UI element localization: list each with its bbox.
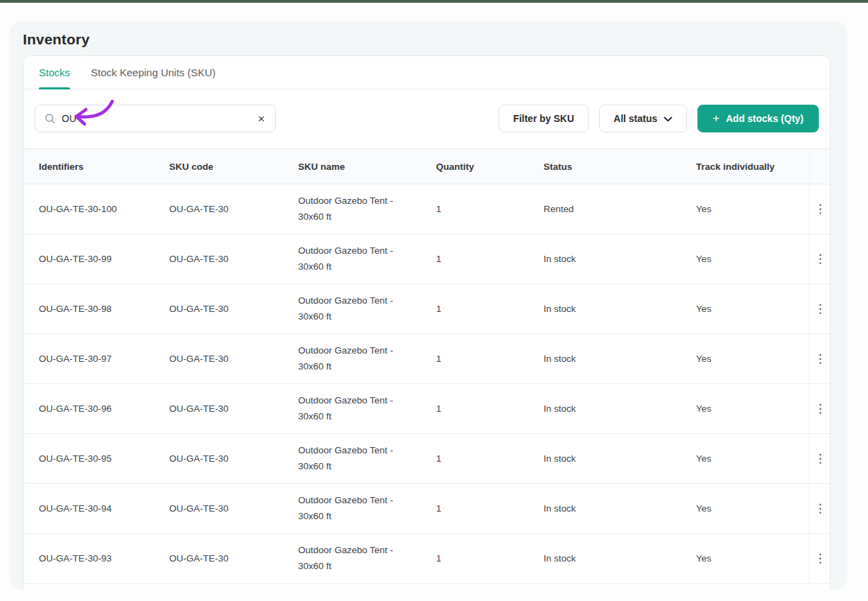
cell-quantity: 1 [436, 304, 544, 314]
cell-sku-code: OU-GA-TE-30 [169, 254, 298, 264]
row-actions: ⋮ [809, 434, 831, 483]
clear-search-icon[interactable]: × [257, 113, 266, 125]
cell-status: In stock [544, 304, 696, 314]
toolbar: × Filter by SKU All status + Add stoc [24, 89, 830, 148]
cell-sku-name: Outdoor Gazebo Tent - 30x60 ft [298, 493, 436, 524]
inventory-card: Stocks Stock Keeping Units (SKU) × F [23, 55, 831, 590]
cell-track-individually: Yes [696, 553, 809, 564]
table-header: Identifiers SKU code SKU name Quantity S… [24, 148, 830, 184]
cell-status: In stock [544, 503, 696, 514]
cell-track-individually: Yes [696, 304, 809, 314]
cell-track-individually: Yes [696, 503, 809, 514]
cell-sku-name: Outdoor Gazebo Tent - 30x60 ft [298, 193, 436, 225]
table-body: OU-GA-TE-30-100 OU-GA-TE-30 Outdoor Gaze… [24, 184, 830, 584]
status-filter-label: All status [614, 113, 657, 124]
kebab-menu-icon[interactable]: ⋮ [810, 200, 831, 218]
page-title: Inventory [23, 31, 89, 48]
cell-track-individually: Yes [696, 453, 809, 464]
tab-sku-label: Stock Keeping Units (SKU) [91, 67, 216, 78]
cell-sku-name: Outdoor Gazebo Tent - 30x60 ft [298, 343, 436, 374]
column-header-sku-code: SKU code [169, 162, 298, 172]
cell-status: In stock [544, 254, 696, 264]
cell-sku-code: OU-GA-TE-30 [169, 553, 298, 564]
cell-sku-name: Outdoor Gazebo Tent - 30x60 ft [298, 243, 436, 275]
cell-identifier: OU-GA-TE-30-94 [39, 503, 169, 514]
table-row[interactable]: OU-GA-TE-30-95 OU-GA-TE-30 Outdoor Gazeb… [24, 434, 830, 484]
cell-identifier: OU-GA-TE-30-98 [39, 304, 169, 314]
row-actions: ⋮ [809, 284, 831, 333]
cell-identifier: OU-GA-TE-30-95 [39, 453, 169, 464]
column-header-identifiers: Identifiers [39, 162, 169, 172]
cell-identifier: OU-GA-TE-30-93 [39, 553, 169, 564]
cell-quantity: 1 [436, 204, 544, 214]
kebab-menu-icon[interactable]: ⋮ [810, 300, 831, 317]
tab-stock-keeping-units[interactable]: Stock Keeping Units (SKU) [91, 56, 216, 89]
cell-quantity: 1 [436, 553, 544, 564]
table-row[interactable]: OU-GA-TE-30-94 OU-GA-TE-30 Outdoor Gazeb… [24, 484, 830, 534]
cell-sku-name: Outdoor Gazebo Tent - 30x60 ft [298, 443, 436, 474]
row-actions: ⋮ [809, 184, 831, 234]
cell-track-individually: Yes [696, 403, 809, 414]
add-stocks-label: Add stocks (Qty) [726, 113, 804, 124]
cell-track-individually: Yes [696, 254, 809, 264]
cell-sku-name: Outdoor Gazebo Tent - 30x60 ft [298, 543, 436, 574]
cell-quantity: 1 [436, 403, 544, 414]
inventory-page: { "page": { "title": "Inventory" }, "tab… [0, 0, 868, 601]
cell-sku-code: OU-GA-TE-30 [169, 403, 298, 414]
cell-track-individually: Yes [696, 204, 809, 214]
cell-sku-code: OU-GA-TE-30 [169, 304, 298, 314]
row-actions: ⋮ [809, 334, 831, 383]
cell-sku-code: OU-GA-TE-30 [169, 354, 298, 364]
search-input[interactable] [62, 113, 250, 124]
cell-track-individually: Yes [696, 354, 809, 364]
cell-sku-name: Outdoor Gazebo Tent - 30x60 ft [298, 393, 436, 424]
row-actions: ⋮ [809, 384, 831, 433]
table-row[interactable]: OU-GA-TE-30-100 OU-GA-TE-30 Outdoor Gaze… [24, 184, 830, 234]
filter-by-sku-button[interactable]: Filter by SKU [498, 105, 589, 132]
column-header-sku-name: SKU name [298, 162, 436, 172]
cell-status: Rented [544, 204, 696, 214]
row-actions: ⋮ [809, 484, 831, 533]
kebab-menu-icon[interactable]: ⋮ [810, 250, 831, 268]
status-filter-dropdown[interactable]: All status [599, 105, 687, 132]
column-header-status: Status [544, 162, 696, 172]
row-actions: ⋮ [809, 534, 831, 583]
filter-by-sku-label: Filter by SKU [513, 113, 574, 124]
cell-identifier: OU-GA-TE-30-100 [39, 204, 169, 214]
kebab-menu-icon[interactable]: ⋮ [810, 500, 831, 517]
tab-stocks-label: Stocks [39, 67, 70, 78]
table-row[interactable]: OU-GA-TE-30-99 OU-GA-TE-30 Outdoor Gazeb… [24, 234, 830, 284]
cell-status: In stock [544, 553, 696, 564]
cell-quantity: 1 [436, 254, 544, 264]
table-row[interactable]: OU-GA-TE-30-98 OU-GA-TE-30 Outdoor Gazeb… [24, 284, 830, 334]
page-panel: Inventory Stocks Stock Keeping Units (SK… [10, 21, 847, 590]
row-actions: ⋮ [809, 234, 831, 284]
table-row[interactable]: OU-GA-TE-30-97 OU-GA-TE-30 Outdoor Gazeb… [24, 334, 830, 384]
kebab-menu-icon[interactable]: ⋮ [810, 550, 831, 567]
column-header-actions [809, 149, 831, 184]
cell-sku-code: OU-GA-TE-30 [169, 503, 298, 514]
search-icon [44, 113, 55, 124]
search-box: × [35, 105, 276, 132]
toolbar-actions: Filter by SKU All status + Add stocks (Q… [498, 105, 819, 132]
kebab-menu-icon[interactable]: ⋮ [810, 450, 831, 467]
table-row[interactable]: OU-GA-TE-30-93 OU-GA-TE-30 Outdoor Gazeb… [24, 534, 830, 584]
cell-identifier: OU-GA-TE-30-96 [39, 403, 169, 414]
kebab-menu-icon[interactable]: ⋮ [810, 400, 831, 417]
add-stocks-button[interactable]: + Add stocks (Qty) [697, 105, 819, 132]
column-header-track-individually: Track individually [696, 162, 809, 172]
cell-sku-name: Outdoor Gazebo Tent - 30x60 ft [298, 293, 436, 324]
cell-identifier: OU-GA-TE-30-99 [39, 254, 169, 264]
cell-identifier: OU-GA-TE-30-97 [39, 354, 169, 364]
cell-sku-code: OU-GA-TE-30 [169, 204, 298, 214]
kebab-menu-icon[interactable]: ⋮ [810, 350, 831, 367]
top-accent-bar [0, 0, 868, 3]
cell-status: In stock [544, 453, 696, 464]
column-header-quantity: Quantity [436, 162, 544, 172]
tab-stocks[interactable]: Stocks [39, 56, 70, 89]
table-row[interactable]: OU-GA-TE-30-96 OU-GA-TE-30 Outdoor Gazeb… [24, 384, 830, 434]
cell-quantity: 1 [436, 503, 544, 514]
cell-status: In stock [544, 403, 696, 414]
tab-bar: Stocks Stock Keeping Units (SKU) [24, 56, 830, 89]
cell-quantity: 1 [436, 354, 544, 364]
